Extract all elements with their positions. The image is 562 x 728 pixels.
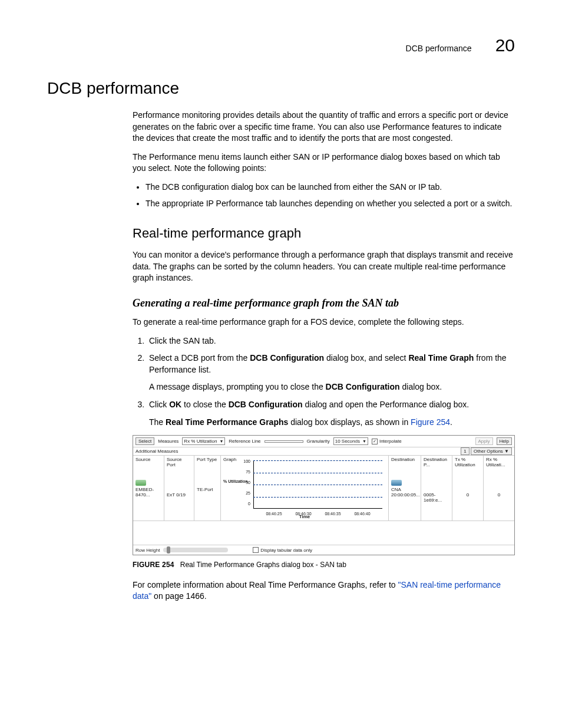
device-icon [135,480,146,486]
sub-paragraph: The Real Time Performance Graphs dialog … [149,417,515,429]
col-source-port: Source Port ExT 0/19 [164,456,194,521]
apply-button[interactable]: Apply [475,437,493,445]
cell-value: EMBED-8470... [135,487,161,498]
col-rx-utilization: Rx % Utilizati... 0 [484,456,514,521]
row-height-slider[interactable] [163,548,228,552]
col-graph: Graph % Utilization 100 75 50 25 0 08:46… [221,456,389,521]
column-header[interactable]: Tx % Utilization [455,457,481,467]
other-options-group: 1 Other Options ▼ [461,449,512,454]
measures-select[interactable]: Rx % Utilization ▼ [182,437,225,445]
ordered-list: Click the SAN tab. Select a DCB port fro… [133,335,515,429]
cell-value: 0 [455,492,481,498]
select-button[interactable]: Select [135,437,154,445]
col-source: Source EMBED-8470... [133,456,164,521]
granularity-select[interactable]: 10 Seconds ▼ [333,437,368,445]
cell-value: 0005-1e69:e... [424,492,449,503]
bullet-list: The DCB configuration dialog box can be … [133,182,515,209]
other-options-button[interactable]: Other Options ▼ [471,447,512,455]
measures-label: Measures [158,439,178,444]
slider-thumb-icon [167,546,170,554]
ytick: 100 [233,459,250,463]
row-height-label: Row Height [135,548,160,553]
list-item: Click OK to close the DCB Configuration … [147,399,515,428]
checkbox-icon [253,547,259,553]
column-header[interactable]: Port Type [197,457,218,462]
subsection-heading: Generating a real-time performance graph… [133,297,515,309]
xtick: 08:46:40 [354,512,370,516]
figure-bottom-bar: Row Height Display tabular data only [133,545,514,555]
paragraph: For complete information about Real Time… [133,579,515,602]
cell-value: TE-Port [197,487,218,492]
chart-plot-area [253,460,382,509]
list-item: Select a DCB port from the DCB Configura… [147,353,515,393]
column-header[interactable]: Destination [391,457,418,462]
checkbox-icon: ✓ [372,439,378,444]
figure-dialog: Select Measures Rx % Utilization ▼ Refer… [133,435,515,555]
cell-value: 20:00:00:05... [391,492,418,498]
chevron-down-icon: ▼ [362,439,366,443]
help-button[interactable]: Help [497,437,512,445]
xtick: 08:46:25 [266,512,282,516]
device-icon [391,480,402,486]
column-header[interactable]: Source [135,457,161,462]
figure-table: Source EMBED-8470... Source Port ExT 0/1… [133,455,514,521]
figure-toolbar: Select Measures Rx % Utilization ▼ Refer… [133,436,514,447]
figure-subtoolbar: Additional Measures 1 Other Options ▼ [133,447,514,455]
paragraph: To generate a real-time performance grap… [133,317,515,328]
interpolate-checkbox[interactable]: ✓ Interpolate [372,439,402,444]
ytick: 75 [233,470,250,474]
cell-value: CNA [391,487,418,492]
page-number: 20 [495,35,515,55]
count-badge: 1 [461,447,469,455]
list-item: The DCB configuration dialog box can be … [146,182,515,193]
ytick: 50 [233,480,250,485]
col-tx-utilization: Tx % Utilization 0 [452,456,484,521]
chart-xlabel: Time [299,514,310,519]
cell-value: 0 [486,492,512,498]
page-title: DCB performance [47,79,515,98]
granularity-label: Granularity [307,439,330,444]
column-header[interactable]: Rx % Utilizati... [486,457,512,467]
col-destination: Destination CNA 20:00:00:05... [389,456,421,521]
paragraph: Performance monitoring provides details … [133,110,515,144]
chevron-down-icon: ▼ [219,439,223,443]
paragraph: The Performance menu items launch either… [133,151,515,174]
page-header: DCB performance 20 [47,35,515,55]
ytick: 0 [233,502,250,506]
xtick: 08:46:35 [325,512,340,516]
column-header[interactable]: Destination P... [424,457,449,467]
section-heading: Real-time performance graph [133,226,515,241]
paragraph: You can monitor a device's performance t… [133,249,515,284]
column-header[interactable]: Source Port [167,457,191,467]
col-port-type: Port Type TE-Port [194,456,221,521]
figure-caption: FIGURE 254 Real Time Performance Graphs … [133,560,515,570]
list-item: Click the SAN tab. [147,335,515,347]
ytick: 25 [233,491,250,495]
display-tabular-checkbox[interactable]: Display tabular data only [253,547,312,553]
header-section-title: DCB performance [406,44,472,53]
chart-x-axis [253,508,382,509]
reference-line-label: Reference Line [229,439,260,444]
figure-link[interactable]: Figure 254 [411,417,450,427]
reference-line-input[interactable] [265,440,303,443]
sub-paragraph: A message displays, prompting you to clo… [149,381,515,393]
list-item: The appropriate IP Performance tab launc… [146,198,515,210]
additional-measures-label: Additional Measures [135,449,178,454]
col-destination-port: Destination P... 0005-1e69:e... [421,456,452,521]
cell-value: ExT 0/19 [167,492,191,498]
